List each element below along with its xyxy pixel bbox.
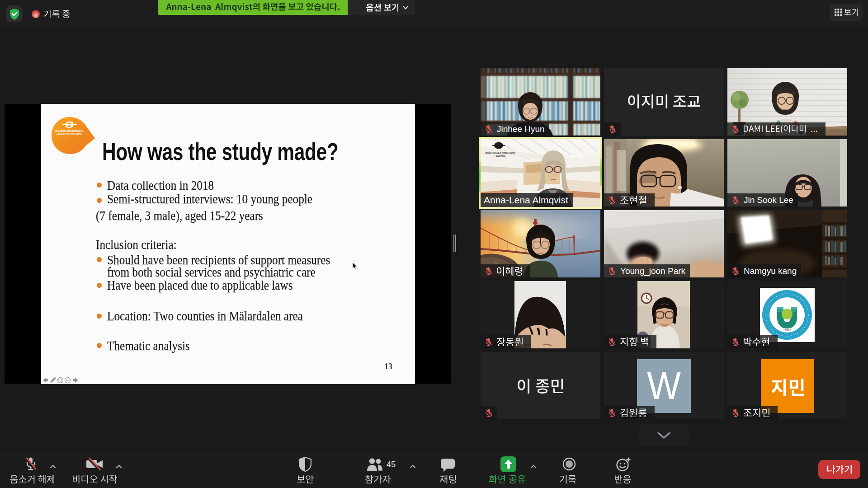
svg-text:MÄLARDALEN UNIVERSITY: MÄLARDALEN UNIVERSITY [486, 151, 516, 154]
svg-text:MÄLARDALENS HÖGSKOLA: MÄLARDALENS HÖGSKOLA [55, 130, 84, 132]
svg-text:SWEDEN: SWEDEN [495, 155, 505, 158]
svg-text:1967: 1967 [783, 328, 791, 332]
svg-text:ESKILSTUNA VÄSTERÅS: ESKILSTUNA VÄSTERÅS [57, 132, 81, 135]
